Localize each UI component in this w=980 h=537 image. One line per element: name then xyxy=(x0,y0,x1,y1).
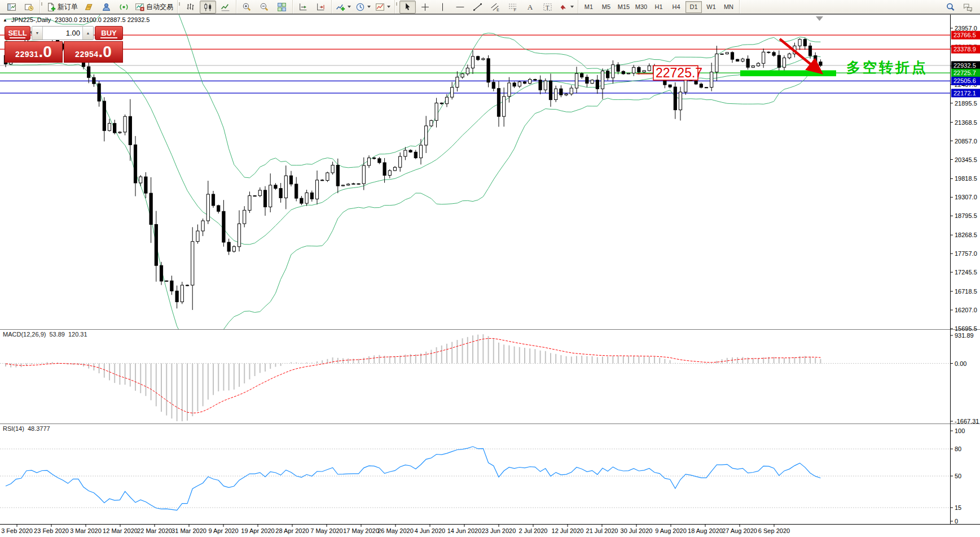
channel-icon: E xyxy=(490,2,500,12)
line-chart-icon xyxy=(221,2,230,12)
macd-indicator-label: MACD(12,26,9) 53.89 120.31 xyxy=(3,331,87,338)
auto-scroll-button[interactable] xyxy=(295,1,311,14)
arrows-icon xyxy=(559,2,568,12)
date-label: 18 Aug 2020 xyxy=(688,527,723,534)
buy-button[interactable]: BUY xyxy=(95,26,123,40)
arrows-button[interactable] xyxy=(557,1,575,14)
toolbar-group: EFAT xyxy=(395,0,578,14)
chart-shift-button[interactable] xyxy=(313,1,329,14)
timeframe-d1-button[interactable]: D1 xyxy=(685,1,702,13)
date-label: 17 May 2020 xyxy=(343,527,379,534)
metaeditor-button[interactable] xyxy=(81,1,97,14)
svg-text:E: E xyxy=(496,7,499,11)
candlestick-button[interactable] xyxy=(200,1,216,14)
charts-panel-icon xyxy=(7,2,16,12)
fibonacci-icon: F xyxy=(508,2,517,12)
zoom-in-icon xyxy=(242,2,252,12)
toolbar-group: 新订单自动交易 xyxy=(40,0,178,14)
price-tag-annotation[interactable]: 22725.7 xyxy=(653,66,702,80)
toolbar-group xyxy=(178,0,236,14)
dropdown-caret-icon xyxy=(387,6,390,8)
templates-button[interactable] xyxy=(373,1,392,14)
timeframe-mn-button[interactable]: MN xyxy=(720,1,737,13)
text-button[interactable]: A xyxy=(522,1,538,14)
volume-increase-button[interactable]: ▲ xyxy=(82,27,93,40)
date-label: 3 Feb 2020 xyxy=(1,527,33,534)
sell-button[interactable]: SELL xyxy=(5,26,30,40)
timeframe-h4-button[interactable]: H4 xyxy=(668,1,684,13)
zoom-out-button[interactable] xyxy=(256,1,273,14)
rsi-name: RSI(14) xyxy=(3,425,24,432)
periods-button[interactable] xyxy=(354,1,372,14)
chat-icon xyxy=(963,2,973,12)
svg-text:16718.5: 16718.5 xyxy=(955,288,977,295)
date-label: 3 Mar 2020 xyxy=(70,527,102,534)
indicators-button[interactable] xyxy=(334,1,353,14)
volume-control: ▼ ▲ xyxy=(32,26,94,40)
search-button[interactable] xyxy=(942,1,959,14)
community-button[interactable] xyxy=(98,1,115,14)
signals-button[interactable] xyxy=(116,1,132,14)
metaeditor-icon xyxy=(84,2,94,12)
chart-shift-icon xyxy=(316,2,326,12)
sell-price-display[interactable]: 22931.0 xyxy=(5,41,63,63)
note-annotation[interactable]: 多空转折点 xyxy=(846,59,928,75)
timeframe-m15-button[interactable]: M15 xyxy=(616,1,632,13)
volume-decrease-button[interactable]: ▼ xyxy=(32,27,43,40)
trendline-button[interactable] xyxy=(469,1,486,14)
svg-text:16207.0: 16207.0 xyxy=(955,307,977,313)
buy-price-display[interactable]: 22954.0 xyxy=(64,41,123,63)
timeframe-h1-button[interactable]: H1 xyxy=(651,1,667,13)
date-label: 6 Sep 2020 xyxy=(758,527,790,534)
support-zone-annotation[interactable] xyxy=(740,71,836,77)
volume-input[interactable] xyxy=(43,27,82,40)
svg-text:17245.5: 17245.5 xyxy=(955,269,977,276)
dropdown-caret-icon xyxy=(570,6,574,8)
chat-button[interactable] xyxy=(960,1,976,14)
search-icon xyxy=(946,2,955,12)
periods-icon xyxy=(355,2,365,12)
tile-windows-button[interactable] xyxy=(274,1,290,14)
strategy-tester-button[interactable] xyxy=(21,1,37,14)
channel-button[interactable]: E xyxy=(487,1,503,14)
timeframe-m1-button[interactable]: M1 xyxy=(581,1,597,13)
bar-chart-button[interactable] xyxy=(182,1,199,14)
date-label: 7 May 2020 xyxy=(310,527,342,534)
svg-text:-1667.31: -1667.31 xyxy=(955,418,979,425)
svg-text:21895.5: 21895.5 xyxy=(955,100,977,107)
crosshair-button[interactable] xyxy=(417,1,433,14)
text-icon: A xyxy=(525,2,535,12)
collapse-icon[interactable]: ▲ xyxy=(3,17,7,23)
bar-chart-icon xyxy=(186,2,195,12)
autotrading-button[interactable]: 自动交易 xyxy=(133,1,175,14)
buy-button-label: BUY xyxy=(101,29,116,37)
crosshair-icon xyxy=(420,2,430,12)
charts-panel-button[interactable] xyxy=(3,1,20,14)
new-order-button-label: 新订单 xyxy=(58,2,78,12)
cursor-button[interactable] xyxy=(399,1,416,14)
fibonacci-button[interactable]: F xyxy=(504,1,521,14)
svg-text:0.00: 0.00 xyxy=(955,360,966,367)
date-label: 27 Aug 2020 xyxy=(722,527,757,534)
volume-increase-icon: ▲ xyxy=(86,31,90,35)
chart-svg[interactable]: 22725.7多空转折点23957.023445.522918.522407.0… xyxy=(0,0,980,537)
strategy-tester-icon xyxy=(24,2,34,12)
horizontal-line-icon xyxy=(455,2,465,12)
timeframe-m5-button[interactable]: M5 xyxy=(598,1,614,13)
date-label: 12 Mar 2020 xyxy=(103,527,138,534)
text-label-button[interactable]: T xyxy=(539,1,556,14)
horizontal-line-button[interactable] xyxy=(452,1,468,14)
chart-area[interactable]: 22725.7多空转折点23957.023445.522918.522407.0… xyxy=(0,0,980,537)
tile-windows-icon xyxy=(277,2,287,12)
vertical-line-icon xyxy=(438,2,447,12)
new-order-icon xyxy=(46,2,56,12)
line-chart-button[interactable] xyxy=(217,1,234,14)
svg-text:931.89: 931.89 xyxy=(955,332,974,339)
timeframe-w1-button[interactable]: W1 xyxy=(703,1,719,13)
new-order-button[interactable]: 新订单 xyxy=(45,1,80,14)
timeframe-m30-button[interactable]: M30 xyxy=(633,1,649,13)
svg-text:T: T xyxy=(546,4,550,10)
vertical-line-button[interactable] xyxy=(434,1,451,14)
toolbar-group xyxy=(332,0,395,14)
zoom-in-button[interactable] xyxy=(239,1,255,14)
